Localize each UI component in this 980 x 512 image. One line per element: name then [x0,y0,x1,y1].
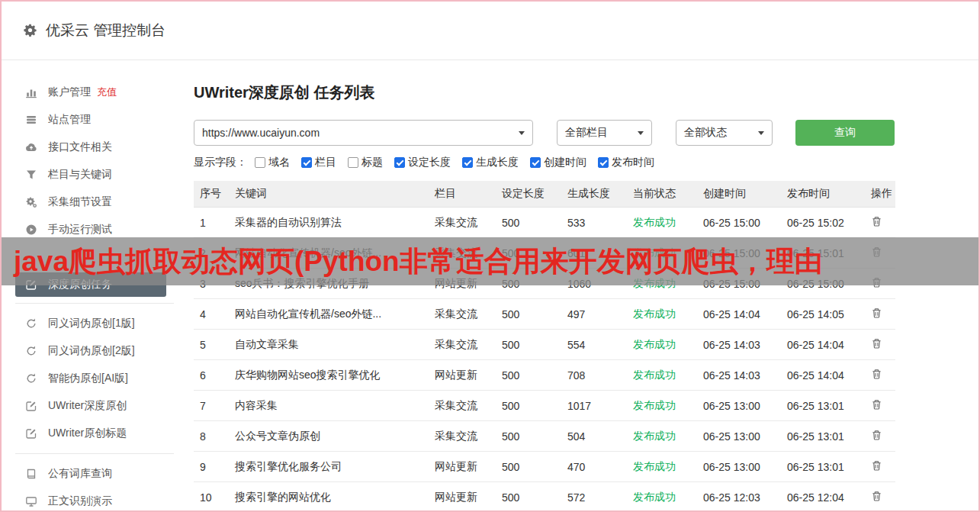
cell-created: 06-25 14:04 [697,308,781,320]
status-text: 发布成功 [627,491,697,504]
delete-button[interactable] [871,460,882,474]
status-select[interactable]: 全部状态 [676,120,773,146]
sidebar-item-同义词伪原创[2版][interactable]: 同义词伪原创[2版] [2,337,185,365]
cell-set-length: 500 [496,430,561,443]
sidebar-item-label: 智能伪原创[AI版] [48,372,128,385]
field-toggle-栏目[interactable]: 栏目 [301,156,336,169]
trash-icon [871,399,882,413]
column-header: 序号 [194,187,229,201]
sidebar-item-采集细节设置[interactable]: 采集细节设置 [2,188,185,216]
refresh-icon [24,372,38,385]
book-icon [24,468,38,480]
table-row: 7内容采集采集交流5001017发布成功06-25 13:0006-25 13:… [194,391,895,421]
gear-icon[interactable] [23,23,37,37]
sidebar-item-UWriter原创标题[interactable]: UWriter原创标题 [2,420,185,447]
field-toggle-label: 生成长度 [476,156,519,169]
cell-no: 6 [194,369,229,382]
cell-no: 8 [194,430,229,443]
table-row: 9搜索引擎优化服务公司网站更新500470发布成功06-25 13:0006-2… [194,452,895,482]
trash-icon [871,338,882,352]
field-toggle-设定长度[interactable]: 设定长度 [394,156,451,169]
cell-published: 06-25 14:05 [781,308,865,320]
sidebar-item-公有词库查询[interactable]: 公有词库查询 [2,460,185,488]
trash-icon [871,430,882,443]
sidebar-item-站点管理[interactable]: 站点管理 [2,106,185,134]
table-row: 1采集器的自动识别算法采集交流500533发布成功06-25 15:0006-2… [194,208,895,238]
cell-set-length: 500 [496,400,561,412]
cell-actions [865,399,895,413]
delete-button[interactable] [871,491,882,504]
cell-set-length: 500 [496,491,561,504]
display-fields-row: 显示字段： 域名栏目标题设定长度生成长度创建时间发布时间 [194,155,666,170]
cell-category: 采集交流 [429,430,496,443]
checkbox-unchecked-icon[interactable] [255,157,265,168]
sidebar-divider [15,303,174,304]
cell-set-length: 500 [496,369,561,382]
field-toggle-生成长度[interactable]: 生成长度 [462,156,519,169]
checkbox-checked-icon[interactable] [394,157,405,168]
category-select[interactable]: 全部栏目 [557,120,652,146]
cell-gen-length: 470 [561,461,627,473]
column-header: 生成长度 [561,187,627,201]
field-toggle-label: 域名 [268,156,290,169]
column-header: 发布时间 [781,187,865,201]
field-toggle-域名[interactable]: 域名 [255,156,290,169]
cell-published: 06-25 13:01 [781,400,865,412]
cell-no: 5 [194,339,229,351]
sidebar-item-label: 接口文件相关 [48,140,112,154]
chevron-down-icon [758,131,764,135]
sidebar-item-UWriter深度原创[interactable]: UWriter深度原创 [2,392,185,420]
sidebar-item-账户管理[interactable]: 账户管理充值 [2,79,185,106]
delete-button[interactable] [871,430,882,443]
table-row: 8公众号文章伪原创采集交流500504发布成功06-25 13:0006-25 … [194,421,895,452]
delete-button[interactable] [871,369,882,382]
sidebar-item-label: 正文识别演示 [48,494,112,508]
sidebar-item-接口文件相关[interactable]: 接口文件相关 [2,134,185,161]
cell-set-length: 500 [496,308,561,320]
field-toggle-发布时间[interactable]: 发布时间 [598,156,654,169]
field-toggle-标题[interactable]: 标题 [348,156,383,169]
sidebar-item-正文识别演示[interactable]: 正文识别演示 [2,488,185,512]
checkbox-checked-icon[interactable] [598,157,609,168]
task-table: 序号关键词栏目设定长度生成长度当前状态创建时间发布时间操作 1采集器的自动识别算… [194,181,895,512]
search-button[interactable]: 查询 [795,120,895,146]
status-text: 发布成功 [627,430,697,443]
cell-published: 06-25 14:04 [781,369,865,382]
monitor-icon [24,495,38,507]
trash-icon [871,369,882,382]
checkbox-checked-icon[interactable] [462,157,473,168]
sidebar-item-智能伪原创[AI版][interactable]: 智能伪原创[AI版] [2,365,185,392]
sidebar-item-label: UWriter深度原创 [48,399,127,413]
sidebar-item-同义词伪原创[1版][interactable]: 同义词伪原创[1版] [2,310,185,337]
status-text: 发布成功 [627,399,697,413]
cell-set-length: 500 [496,217,561,229]
sidebar-item-label: 采集细节设置 [48,195,112,209]
sidebar-item-label: 栏目与关键词 [48,168,112,182]
sidebar-item-label: 公有词库查询 [48,467,112,481]
checkbox-checked-icon[interactable] [530,157,541,168]
recharge-link[interactable]: 充值 [97,85,117,99]
cell-published: 06-25 13:01 [781,430,865,443]
checkbox-checked-icon[interactable] [301,157,312,168]
site-select[interactable]: https://www.ucaiyun.com [194,120,533,146]
delete-button[interactable] [871,308,882,321]
table-header-row: 序号关键词栏目设定长度生成长度当前状态创建时间发布时间操作 [194,181,895,208]
sidebar-item-label: 站点管理 [48,113,91,127]
status-text: 发布成功 [627,216,697,230]
table-row: 6庆华购物网站seo搜索引擎优化网站更新500708发布成功06-25 14:0… [194,360,895,391]
delete-button[interactable] [871,216,882,230]
delete-button[interactable] [871,338,882,352]
list-icon [24,114,38,126]
field-toggle-创建时间[interactable]: 创建时间 [530,156,586,169]
sidebar-item-栏目与关键词[interactable]: 栏目与关键词 [2,161,185,188]
cell-category: 采集交流 [429,399,496,413]
table-row: 5自动文章采集采集交流500554发布成功06-25 14:0306-25 14… [194,330,895,360]
delete-button[interactable] [871,399,882,413]
checkbox-unchecked-icon[interactable] [348,157,358,168]
chevron-down-icon [519,131,525,135]
column-header: 关键词 [229,187,429,201]
status-text: 发布成功 [627,338,697,352]
cell-published: 06-25 12:04 [781,491,865,504]
cell-created: 06-25 13:00 [697,430,781,443]
cell-category: 采集交流 [429,216,496,230]
